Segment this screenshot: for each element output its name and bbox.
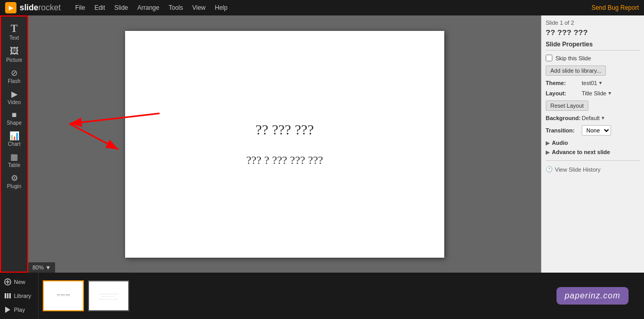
background-label: Background: [546, 115, 582, 121]
advance-label: Advance to next slide [552, 149, 610, 155]
menu-help[interactable]: Help [211, 2, 232, 13]
theme-row: Theme: test01 ▼ [546, 80, 640, 86]
background-dropdown-arrow: ▼ [601, 115, 605, 121]
svg-marker-9 [5, 307, 10, 313]
transition-select[interactable]: None Fade Slide [582, 125, 611, 136]
layout-value[interactable]: Title Slide ▼ [582, 90, 612, 96]
slide-title: ?? ??? ??? [546, 28, 640, 37]
advance-section[interactable]: ▶ Advance to next slide [546, 149, 640, 155]
picture-icon: 🖼 [10, 46, 19, 57]
logo-bold: slide [20, 3, 38, 12]
reset-layout-button[interactable]: Reset Layout [546, 100, 588, 111]
tool-chart[interactable]: 📊 Chart [2, 129, 27, 149]
logo-light: rocket [38, 3, 61, 12]
advance-expand-icon: ▶ [546, 149, 550, 155]
history-icon: 🕐 [546, 166, 553, 173]
new-label: New [14, 279, 25, 285]
new-icon [4, 278, 11, 286]
library-label: Library [14, 293, 31, 299]
menu-view[interactable]: View [188, 2, 210, 13]
text-icon: T [11, 23, 18, 35]
theme-value-text: test01 [582, 80, 597, 86]
video-icon: ▶ [11, 89, 18, 99]
slide-1-content: ?? ??? ??? [56, 293, 71, 299]
tool-plugin[interactable]: ⚙ Plugin [2, 171, 27, 191]
reset-layout-row: Reset Layout [546, 100, 640, 111]
new-button[interactable]: New [0, 276, 38, 288]
theme-value[interactable]: test01 ▼ [582, 80, 603, 86]
flash-icon: ⊘ [11, 68, 18, 78]
audio-section[interactable]: ▶ Audio [546, 140, 640, 146]
play-icon [4, 306, 11, 313]
slide-canvas[interactable]: ?? ??? ??? ??? ? ??? ??? ??? [125, 31, 444, 258]
menu-edit[interactable]: Edit [90, 2, 109, 13]
slide-thumb-1[interactable]: ?? ??? ??? [43, 280, 84, 311]
background-value[interactable]: Default ▼ [582, 115, 605, 121]
left-toolbar: T Text 🖼 Picture ⊘ Flash ▶ Video ■ Shape… [0, 15, 28, 273]
shape-icon: ■ [12, 110, 17, 120]
background-row: Background: Default ▼ [546, 115, 640, 121]
play-label: Play [14, 307, 25, 313]
plugin-icon: ⚙ [11, 173, 18, 183]
zoom-indicator[interactable]: 80% ▼ [28, 262, 55, 273]
add-library-button[interactable]: Add slide to library... [546, 65, 606, 76]
theme-dropdown-arrow: ▼ [598, 80, 603, 86]
skip-slide-row: Skip this Slide [546, 55, 640, 61]
tool-video[interactable]: ▶ Video [2, 87, 27, 107]
menu-slide[interactable]: Slide [110, 2, 132, 13]
layout-dropdown-arrow: ▼ [607, 91, 612, 96]
play-button[interactable]: Play [0, 304, 38, 315]
menu-arrange[interactable]: Arrange [133, 2, 164, 13]
table-label: Table [8, 162, 21, 168]
tool-flash[interactable]: ⊘ Flash [2, 66, 27, 86]
bottom-left: New Library Play [0, 273, 39, 319]
slide-2-content: ——— ——— ———— — — — ———— ——— ——— [98, 291, 119, 301]
library-button[interactable]: Library [0, 290, 38, 301]
tool-shape[interactable]: ■ Shape [2, 108, 27, 128]
table-icon: ▦ [10, 152, 18, 162]
text-label: Text [9, 35, 19, 41]
transition-row: Transition: None Fade Slide [546, 125, 640, 136]
slide-info: Slide 1 of 2 [546, 20, 640, 26]
send-bug-report[interactable]: Send Bug Report [591, 4, 639, 11]
zoom-arrow: ▼ [45, 264, 51, 271]
tool-table[interactable]: ▦ Table [2, 150, 27, 170]
tool-text[interactable]: T Text [2, 21, 27, 43]
menu-bar: File Edit Slide Arrange Tools View Help [71, 2, 232, 13]
logo-icon-symbol: ▶ [9, 5, 13, 11]
logo-icon: ▶ [5, 2, 16, 13]
add-library-row: Add slide to library... [546, 65, 640, 76]
tool-picture[interactable]: 🖼 Picture [2, 44, 27, 65]
zoom-value: 80% [32, 264, 44, 271]
view-slide-history[interactable]: 🕐 View Slide History [546, 160, 640, 173]
transition-label: Transition: [546, 127, 582, 133]
top-bar: ▶ sliderocket File Edit Slide Arrange To… [0, 0, 644, 15]
shape-label: Shape [7, 120, 22, 126]
properties-header: Slide Properties [546, 41, 640, 51]
menu-file[interactable]: File [71, 2, 89, 13]
skip-slide-checkbox[interactable] [546, 55, 552, 61]
logo: ▶ sliderocket [5, 2, 61, 13]
layout-row: Layout: Title Slide ▼ [546, 90, 640, 96]
slide-text-2: ??? ? ??? ??? ??? [247, 154, 323, 167]
theme-label: Theme: [546, 80, 582, 86]
history-label: View Slide History [555, 166, 600, 173]
slides-strip: ?? ??? ??? ——— ——— ———— — — — ———— ——— —… [39, 273, 541, 319]
slide-thumb-2[interactable]: ——— ——— ———— — — — ———— ——— ——— [88, 280, 129, 311]
svg-rect-6 [5, 293, 6, 298]
slide-text-1: ?? ??? ??? [255, 122, 314, 138]
watermark: paperinz.com [556, 287, 629, 305]
layout-label: Layout: [546, 90, 582, 96]
layout-value-text: Title Slide [582, 90, 606, 96]
library-icon [4, 292, 11, 299]
chart-label: Chart [8, 141, 20, 147]
chart-icon: 📊 [9, 131, 20, 141]
bottom-bar: New Library Play ?? ??? ??? [0, 273, 644, 319]
menu-tools[interactable]: Tools [164, 2, 187, 13]
svg-line-2 [69, 124, 118, 149]
logo-text: sliderocket [20, 3, 61, 12]
canvas-area: ?? ??? ??? ??? ? ??? ??? ??? 80% ▼ [28, 15, 541, 273]
audio-label: Audio [552, 140, 568, 146]
background-value-text: Default [582, 115, 600, 121]
svg-rect-7 [7, 293, 9, 298]
